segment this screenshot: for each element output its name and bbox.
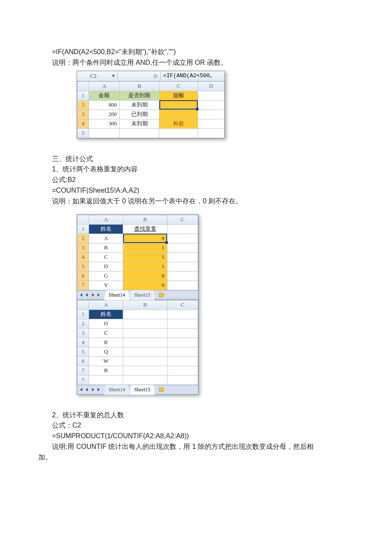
cell[interactable]: 1 (123, 262, 167, 271)
cell[interactable] (167, 366, 198, 375)
tab-nav-next-icon[interactable] (90, 292, 96, 298)
cell[interactable]: A (89, 234, 123, 243)
cell[interactable]: 金额 (89, 91, 119, 100)
cell[interactable] (123, 338, 167, 347)
cell[interactable]: 补款 (159, 119, 198, 128)
cell[interactable] (89, 375, 123, 384)
col-header-C[interactable]: C (167, 215, 198, 224)
cell[interactable] (167, 271, 198, 280)
select-all-corner[interactable] (78, 300, 89, 309)
cell[interactable]: 是否到期 (120, 91, 159, 100)
tab-nav-last-icon[interactable] (96, 386, 102, 393)
col-header-A[interactable]: A (89, 81, 119, 91)
cell[interactable]: 姓名 (89, 224, 123, 234)
cell[interactable]: G (89, 271, 123, 280)
cell[interactable]: D (89, 319, 123, 328)
row-header[interactable]: 3 (78, 328, 89, 338)
formula-input[interactable]: =IF(AND(A2<500, (161, 72, 225, 80)
spreadsheet-grid[interactable]: A B C D 1 金额 是否到期 提醒 2 800 未到期 3 200 已到期 (77, 81, 225, 138)
cell[interactable] (167, 319, 198, 328)
cell[interactable]: B (89, 366, 123, 375)
cell[interactable] (159, 128, 198, 138)
new-sheet-icon[interactable] (157, 293, 166, 297)
row-header[interactable]: 3 (78, 243, 89, 252)
active-cell[interactable]: 0 (123, 234, 167, 243)
row-header[interactable]: 2 (78, 319, 89, 328)
cell[interactable] (167, 338, 198, 347)
cell[interactable] (198, 100, 224, 110)
cell[interactable]: 200 (89, 110, 119, 119)
cell[interactable] (123, 347, 167, 356)
cell[interactable] (167, 375, 198, 384)
cell[interactable] (167, 234, 198, 243)
col-header-C[interactable]: C (159, 81, 198, 91)
cell[interactable] (167, 328, 198, 338)
cell[interactable]: W (89, 356, 123, 366)
cell[interactable]: 提醒 (159, 91, 198, 100)
cell[interactable] (167, 309, 198, 319)
col-header-B[interactable]: B (120, 81, 159, 91)
tab-nav-prev-icon[interactable] (84, 292, 90, 298)
row-header[interactable]: 5 (78, 262, 89, 271)
sheet-tab-sheet14[interactable]: Sheet14 (104, 290, 130, 301)
row-header-1[interactable]: 1 (78, 91, 89, 100)
select-all-corner[interactable] (78, 215, 89, 224)
sheet-tab-sheet15[interactable]: Sheet15 (130, 384, 156, 395)
spreadsheet-grid[interactable]: A B C 1 姓名 2D 3C 4R 5Q 6W 7B 8 (77, 300, 198, 385)
cell[interactable] (167, 347, 198, 356)
cell[interactable] (167, 262, 198, 271)
cell[interactable]: C (89, 252, 123, 262)
cell[interactable] (198, 128, 224, 138)
sheet-tab-sheet15[interactable]: Sheet15 (130, 290, 156, 300)
col-header-C[interactable]: C (167, 300, 198, 309)
cell[interactable]: 800 (89, 100, 119, 110)
cell[interactable] (123, 309, 167, 319)
cell[interactable]: B (89, 243, 123, 252)
sheet-tab-sheet14[interactable]: Sheet14 (104, 384, 130, 395)
col-header-B[interactable]: B (123, 300, 167, 309)
row-header[interactable]: 4 (78, 338, 89, 347)
cell[interactable]: Y (89, 280, 123, 290)
cell[interactable] (123, 356, 167, 366)
cell[interactable]: R (89, 338, 123, 347)
fx-icon[interactable]: fx (118, 72, 160, 80)
row-header[interactable]: 4 (78, 252, 89, 262)
name-dropdown-icon[interactable]: ▾ (110, 72, 117, 80)
cell[interactable]: 查找重复 (123, 224, 167, 234)
cell[interactable] (123, 328, 167, 338)
col-header-D[interactable]: D (198, 81, 224, 91)
cell[interactable]: 1 (123, 243, 167, 252)
tab-nav-next-icon[interactable] (90, 386, 96, 393)
cell[interactable]: 0 (123, 271, 167, 280)
cell[interactable] (167, 224, 198, 234)
cell[interactable] (159, 110, 198, 119)
row-header-1[interactable]: 1 (78, 224, 89, 234)
row-header-2[interactable]: 2 (78, 100, 89, 110)
row-header[interactable]: 2 (78, 234, 89, 243)
cell[interactable]: 未到期 (120, 119, 159, 128)
row-header[interactable]: 7 (78, 366, 89, 375)
cell[interactable]: 300 (89, 119, 119, 128)
name-box[interactable]: C2 (77, 72, 110, 80)
row-header-5[interactable]: 5 (78, 128, 89, 138)
row-header-3[interactable]: 3 (78, 110, 89, 119)
cell[interactable] (198, 110, 224, 119)
select-all-corner[interactable] (78, 81, 89, 91)
cell[interactable] (123, 366, 167, 375)
tab-nav-prev-icon[interactable] (84, 386, 90, 393)
cell[interactable]: 已到期 (120, 110, 159, 119)
tab-nav-first-icon[interactable] (78, 292, 84, 298)
tab-nav-last-icon[interactable] (96, 292, 102, 298)
cell[interactable] (198, 91, 224, 100)
row-header[interactable]: 7 (78, 280, 89, 290)
cell[interactable] (167, 252, 198, 262)
row-header-1[interactable]: 1 (78, 309, 89, 319)
tab-nav-first-icon[interactable] (78, 386, 84, 393)
spreadsheet-grid[interactable]: A B C 1 姓名 查找重复 2 A 0 3B1 4C1 5D1 6G0 7Y… (77, 215, 198, 290)
cell[interactable]: Q (89, 347, 123, 356)
row-header-4[interactable]: 4 (78, 119, 89, 128)
cell[interactable] (89, 128, 119, 138)
cell[interactable]: C (89, 328, 123, 338)
cell[interactable]: 1 (123, 252, 167, 262)
cell[interactable] (123, 319, 167, 328)
